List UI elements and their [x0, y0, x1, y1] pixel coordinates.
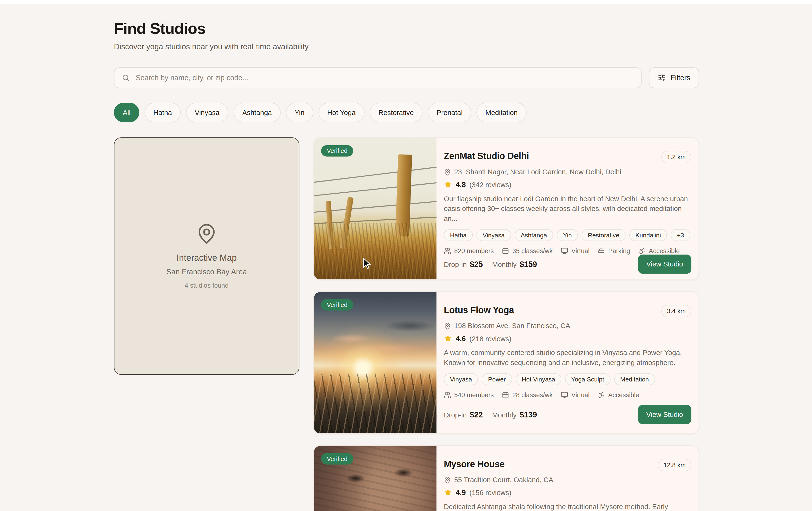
dropin-label: Drop-in — [444, 411, 467, 419]
studio-address: 23, Shanti Nagar, Near Lodi Garden, New … — [454, 168, 621, 176]
filters-button[interactable]: Filters — [649, 68, 699, 88]
search-box[interactable] — [114, 68, 641, 88]
studio-stats: 540 members 28 classes/wk Virtual Access… — [444, 392, 691, 399]
map-title: Interactive Map — [176, 253, 237, 264]
studio-description: Dedicated Ashtanga shala following the t… — [444, 502, 691, 511]
tag: Yoga Sculpt — [565, 373, 610, 385]
map-pin-icon — [444, 476, 451, 483]
rating-value: 4.9 — [456, 488, 466, 497]
dropin-price: $25 — [470, 260, 483, 269]
stat-label: Parking — [608, 248, 630, 255]
studio-description: Our flagship studio near Lodi Garden in … — [444, 194, 691, 223]
chip-yin[interactable]: Yin — [286, 103, 313, 123]
chip-prenatal[interactable]: Prenatal — [428, 103, 471, 123]
chip-hatha[interactable]: Hatha — [145, 103, 181, 123]
studio-photo-sunset-railyard: Verified — [314, 292, 436, 433]
studio-card-lotus-flow[interactable]: Verified Lotus Flow Yoga 3.4 km 198 Blos… — [313, 292, 699, 434]
interactive-map-panel[interactable]: Interactive Map San Francisco Bay Area 4… — [114, 137, 299, 375]
mouse-cursor — [362, 258, 373, 271]
view-studio-button[interactable]: View Studio — [638, 255, 691, 274]
stat-label: Virtual — [571, 392, 590, 399]
reviews-count: (156 reviews) — [469, 489, 511, 496]
monthly-price: $159 — [520, 260, 537, 269]
pricing: Drop-in$22 Monthly$139 — [444, 410, 537, 419]
reviews-count: (218 reviews) — [469, 334, 511, 343]
studio-photo-face-closeup: Verified — [314, 446, 436, 511]
studio-description: A warm, community-centered studio specia… — [444, 348, 691, 368]
style-tags: Hatha Vinyasa Ashtanga Yin Restorative K… — [444, 229, 691, 241]
studio-stats: 820 members 35 classes/wk Virtual Parkin… — [444, 248, 691, 255]
chip-meditation[interactable]: Meditation — [476, 103, 527, 123]
verified-badge: Verified — [321, 145, 353, 157]
rating-value: 4.6 — [456, 334, 466, 343]
studio-name: ZenMat Studio Delhi — [444, 151, 529, 162]
studio-card-mysore-house[interactable]: Verified Mysore House 12.8 km 55 Traditi… — [313, 445, 699, 511]
verified-badge: Verified — [321, 453, 353, 464]
studio-name: Lotus Flow Yoga — [444, 305, 514, 316]
stat-label: Virtual — [571, 248, 590, 255]
verified-badge: Verified — [321, 299, 353, 311]
studio-name: Mysore House — [444, 459, 504, 470]
top-strip — [0, 0, 812, 4]
stat-label: 28 classes/wk — [512, 392, 552, 399]
sliders-icon — [658, 74, 666, 82]
star-icon — [444, 334, 452, 343]
rating-value: 4.8 — [456, 181, 466, 189]
stat-label: 820 members — [454, 248, 494, 255]
style-filter-chips: All Hatha Vinyasa Ashtanga Yin Hot Yoga … — [114, 103, 699, 123]
page-subtitle: Discover yoga studios near you with real… — [114, 42, 699, 51]
stat-label: 35 classes/wk — [512, 248, 552, 255]
accessibility-icon — [598, 392, 605, 399]
map-pin-icon — [196, 223, 218, 245]
map-results-count: 4 studios found — [184, 282, 229, 289]
tag: Vinyasa — [476, 229, 511, 241]
chip-vinyasa[interactable]: Vinyasa — [186, 103, 228, 123]
studio-photo-field-fence: Verified — [314, 138, 436, 279]
tag: Hot Vinyasa — [516, 373, 561, 385]
distance-badge: 12.8 km — [658, 459, 691, 471]
map-subtitle: San Francisco Bay Area — [166, 267, 247, 276]
tag: Hatha — [444, 229, 473, 241]
stat-label: Accessible — [608, 392, 639, 399]
studio-list: Verified ZenMat Studio Delhi 1.2 km 23, … — [313, 137, 699, 511]
dropin-price: $22 — [470, 410, 483, 419]
style-tags: Vinyasa Power Hot Vinyasa Yoga Sculpt Me… — [444, 373, 691, 385]
pricing: Drop-in$25 Monthly$159 — [444, 260, 537, 269]
chip-restorative[interactable]: Restorative — [370, 103, 423, 123]
chip-ashtanga[interactable]: Ashtanga — [234, 103, 281, 123]
tag: Ashtanga — [515, 229, 553, 241]
tag: Kundalini — [629, 229, 667, 241]
map-pin-icon — [444, 168, 451, 176]
view-studio-button[interactable]: View Studio — [638, 405, 691, 424]
users-icon — [444, 248, 451, 255]
tag: Vinyasa — [444, 373, 478, 385]
tag: Meditation — [614, 373, 655, 385]
search-row: Filters — [114, 68, 699, 88]
page-title: Find Studios — [114, 20, 699, 37]
calendar-icon — [502, 248, 509, 255]
distance-badge: 1.2 km — [661, 151, 691, 163]
dropin-label: Drop-in — [444, 261, 467, 269]
find-studios-page: Find Studios Discover yoga studios near … — [0, 0, 812, 511]
monitor-icon — [561, 248, 568, 255]
monthly-label: Monthly — [492, 411, 517, 419]
tag: Yin — [557, 229, 578, 241]
studio-address: 55 Tradition Court, Oakland, CA — [454, 476, 553, 484]
calendar-icon — [502, 392, 509, 399]
tag: Restorative — [582, 229, 625, 241]
monthly-label: Monthly — [492, 261, 517, 269]
filters-button-label: Filters — [670, 74, 690, 82]
studio-address: 198 Blossom Ave, San Francisco, CA — [454, 322, 570, 330]
map-pin-icon — [444, 322, 451, 329]
search-input[interactable] — [135, 73, 634, 82]
star-icon — [444, 488, 452, 497]
chip-all[interactable]: All — [114, 103, 139, 123]
tag-more[interactable]: +3 — [671, 229, 690, 241]
monthly-price: $139 — [520, 410, 537, 419]
distance-badge: 3.4 km — [661, 305, 691, 317]
users-icon — [444, 392, 451, 399]
chip-hot-yoga[interactable]: Hot Yoga — [318, 103, 365, 123]
search-icon — [122, 74, 130, 82]
star-icon — [444, 181, 452, 189]
tag: Power — [482, 373, 512, 385]
